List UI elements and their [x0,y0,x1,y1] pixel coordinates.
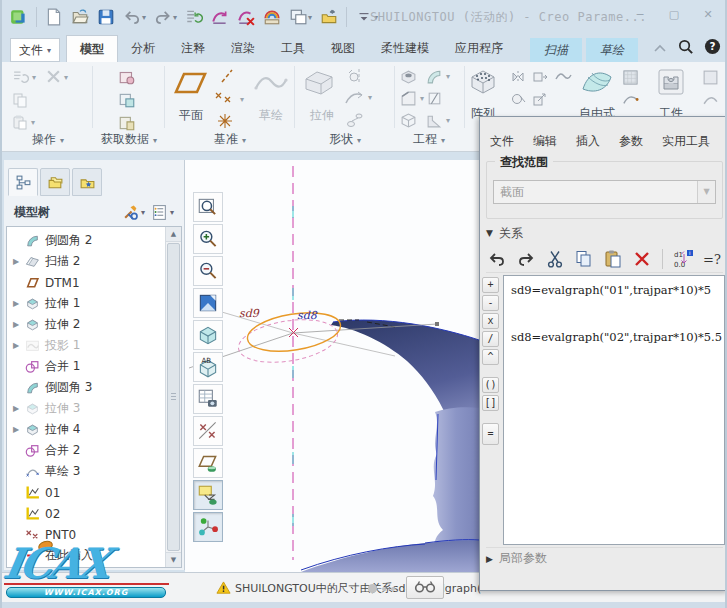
expander-icon[interactable]: ▶ [13,341,25,350]
surface-icon[interactable] [702,91,719,108]
ribbon-tab[interactable]: 渲染 [218,35,268,61]
chamfer-icon[interactable] [400,90,417,107]
file-menu-button[interactable]: 文件▾ [10,38,60,62]
round-button[interactable]: ▶倒圆角 3 [7,377,164,398]
datum-point-icon[interactable] [214,90,236,106]
delete-button[interactable] [631,248,653,270]
ribbon-tab[interactable]: 扫描 [530,38,582,62]
insert-here-button[interactable]: ▶在此插入 [7,545,164,566]
menu-item[interactable]: 参数 [619,133,643,150]
close-button[interactable]: ✕ [697,7,719,23]
zoom-window-button[interactable] [193,192,223,222]
workpiece-icon[interactable] [656,67,686,97]
merge-button[interactable]: ▶合并 1 [7,356,164,377]
chevron-down-icon[interactable]: ▾ [64,73,68,82]
rib-icon[interactable] [426,112,443,129]
saved-views-button[interactable]: AB [193,352,223,382]
freestyle-icon[interactable] [580,67,614,97]
pattern-icon[interactable] [468,67,498,97]
open-file-button[interactable] [67,5,93,29]
expander-icon[interactable]: ▶ [13,404,25,413]
ribbon-group-label[interactable]: 工程 ▾ [396,130,462,149]
minimize-button[interactable]: ─ [629,7,651,23]
operator-button[interactable]: + [482,277,499,293]
annotation-display-button[interactable] [193,480,223,510]
paste-icon[interactable] [12,114,28,130]
model-tree-tab[interactable] [8,168,38,196]
sketch-button[interactable]: ▶草绘 3 [7,461,164,482]
operator-button[interactable]: - [482,295,499,311]
relations-text-area[interactable]: sd9=evalgraph("01",trajpar*10)*5sd8=eval… [503,275,725,545]
chevron-down-icon[interactable]: ▾ [141,208,145,217]
close-window-button[interactable] [316,5,342,29]
graphics-area[interactable]: AB sd9sd8 [185,160,479,572]
collapse-triangle-icon[interactable]: ▼ [486,228,493,238]
expand-triangle-icon[interactable]: ▶ [486,554,493,564]
chevron-down-icon[interactable]: ▼ [697,181,715,203]
help-icon[interactable]: ? [704,38,721,55]
ribbon-tab[interactable]: 分析 [118,35,168,61]
ribbon-group-label[interactable]: 操作 ▾ [4,130,92,149]
expander-icon[interactable]: ▶ [13,425,25,434]
zoom-out-button[interactable] [193,256,223,286]
favorites-tab[interactable] [72,168,102,196]
menu-item[interactable]: 实用工具 [662,133,710,150]
ribbon-group-label[interactable]: 基准 ▾ [166,130,294,149]
project-ribbon-icon[interactable] [554,69,572,83]
fill-icon[interactable] [622,69,639,86]
ribbon-tab[interactable]: 工具 [268,35,318,61]
chevron-down-icon[interactable]: ▾ [32,73,36,82]
operator-button[interactable]: = [482,423,499,445]
save-file-button[interactable] [93,5,119,29]
ribbon-tab[interactable]: 注释 [168,35,218,61]
sweep-icon[interactable] [344,89,364,107]
view-manager-button[interactable] [193,384,223,414]
copy-button[interactable] [573,248,595,270]
extend-icon[interactable] [532,69,548,85]
chevron-down-icon[interactable]: ▾ [170,208,174,217]
ribbon-group-label[interactable]: 获取数据 ▾ [94,130,164,149]
point-button[interactable]: ▶PNT0 [7,524,164,545]
delete-feature-icon[interactable] [46,69,61,84]
verify-button[interactable]: =? [701,248,723,270]
mirror-icon[interactable] [510,69,526,85]
offset-icon[interactable] [532,91,548,107]
new-file-button[interactable] [41,5,67,29]
ribbon-tab[interactable]: 模型 [66,35,118,62]
operator-button[interactable]: [] [482,395,499,411]
shell-icon[interactable] [400,112,417,129]
round-icon[interactable] [426,68,443,85]
search-icon[interactable] [677,38,694,55]
tree-settings-button[interactable]: ▾ [151,204,174,221]
operator-button[interactable]: x [482,313,499,329]
ribbon-tab[interactable]: 草绘 [586,38,638,62]
operator-button[interactable]: ^ [482,349,499,365]
swept-blend-icon[interactable] [346,111,364,129]
tree-tools-button[interactable]: ▾ [122,204,145,221]
extrude-button[interactable]: ▶拉伸 2 [7,314,164,335]
expander-icon[interactable]: ▶ [13,320,25,329]
merge-button[interactable]: ▶合并 2 [7,440,164,461]
extrude-button[interactable]: ▶拉伸 3 [7,398,164,419]
menu-item[interactable]: 插入 [576,133,600,150]
extrude-button-icon[interactable] [302,67,336,97]
chevron-down-icon[interactable]: ▾ [242,136,246,145]
datum-plane-button[interactable]: ▶DTM1 [7,272,164,293]
chevron-down-icon[interactable]: ▾ [446,116,450,125]
menu-item[interactable]: 文件 [490,133,514,150]
ribbon-tab[interactable]: 视图 [318,35,368,61]
shrinkwrap-icon[interactable] [118,114,136,132]
chevron-down-icon[interactable]: ▾ [446,72,450,81]
chevron-down-icon[interactable]: ▾ [31,118,35,127]
plane-display-button[interactable] [193,448,223,478]
datum-plane-button-label[interactable]: 平面 [168,107,214,124]
undo-button[interactable]: ▾ [119,5,150,29]
folder-browser-tab[interactable] [40,168,70,196]
menu-item[interactable]: 编辑 [533,133,557,150]
chevron-down-icon[interactable]: ▾ [308,13,312,22]
graph-button[interactable]: ▶02 [7,503,164,524]
round-button[interactable]: ▶倒圆角 2 [7,230,164,251]
datum-plane-button-icon[interactable] [172,70,210,96]
trim-icon[interactable] [510,91,526,107]
collapse-ribbon-icon[interactable] [653,42,667,52]
